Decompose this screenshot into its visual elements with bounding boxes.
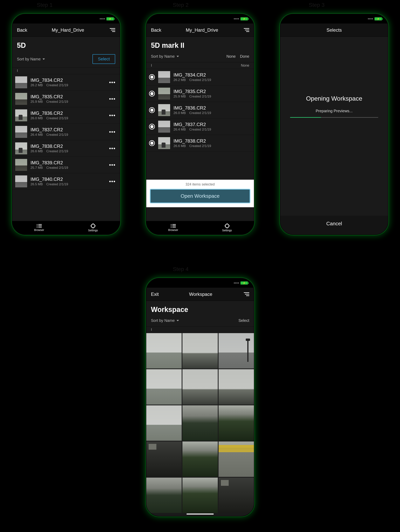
grid-thumbnail[interactable] bbox=[219, 369, 254, 405]
grid-thumbnail[interactable] bbox=[182, 369, 218, 405]
more-button[interactable]: ••• bbox=[108, 146, 117, 152]
file-row[interactable]: IMG_7836.CR226.0 MBCreated 2/1/19••• bbox=[12, 107, 120, 124]
file-info: IMG_7834.CR226.2 MBCreated 2/1/19 bbox=[31, 77, 105, 87]
grid-thumbnail[interactable] bbox=[146, 369, 182, 405]
grid-thumbnail[interactable] bbox=[182, 333, 218, 368]
grid-thumbnail[interactable] bbox=[146, 478, 182, 513]
file-row[interactable]: IMG_7834.CR226.2 MBCreated 2/1/19 bbox=[146, 69, 254, 85]
grid-thumbnail[interactable] bbox=[182, 405, 218, 441]
signal-icon bbox=[368, 19, 373, 19]
selection-radio[interactable] bbox=[149, 107, 155, 113]
file-row[interactable]: IMG_7837.CR226.4 MBCreated 2/1/19 bbox=[146, 119, 254, 135]
sort-button[interactable]: Sort by Name bbox=[17, 57, 45, 61]
signal-icon bbox=[100, 19, 105, 19]
file-meta: 26.0 MBCreated 2/1/19 bbox=[31, 116, 105, 120]
file-row[interactable]: IMG_7837.CR226.4 MBCreated 2/1/19••• bbox=[12, 124, 120, 140]
file-thumbnail bbox=[158, 87, 170, 100]
grid-thumbnail[interactable] bbox=[219, 405, 254, 441]
signal-icon bbox=[234, 283, 239, 283]
file-row[interactable]: IMG_7839.CR225.7 MBCreated 2/1/19••• bbox=[12, 157, 120, 173]
section-header: I bbox=[146, 327, 254, 333]
sort-row: Sort by Name Select bbox=[12, 51, 120, 68]
tab-settings[interactable]: Settings bbox=[66, 221, 120, 234]
nav-bar: Selects bbox=[280, 24, 388, 37]
file-name: IMG_7834.CR2 bbox=[31, 77, 105, 83]
select-button[interactable]: Select bbox=[92, 54, 115, 64]
done-button[interactable]: Done bbox=[240, 54, 249, 59]
file-meta: 26.2 MBCreated 2/1/19 bbox=[31, 83, 105, 87]
file-meta: 26.4 MBCreated 2/1/19 bbox=[31, 133, 105, 137]
phone-step1: ⚡ Back My_Hard_Drive 5D Sort by Name Sel… bbox=[12, 14, 121, 235]
file-thumbnail bbox=[15, 159, 27, 171]
tab-label: Settings bbox=[88, 229, 98, 232]
file-name: IMG_7836.CR2 bbox=[173, 105, 251, 111]
select-none-button[interactable]: None bbox=[226, 54, 236, 59]
phone-step2: ⚡ Back My_Hard_Drive 5D mark II Sort by … bbox=[146, 14, 254, 235]
selection-radio[interactable] bbox=[149, 124, 155, 130]
file-meta: 26.6 MBCreated 2/1/19 bbox=[173, 144, 251, 148]
sort-row: Sort by Name Select bbox=[146, 316, 254, 327]
nav-title: Workspace bbox=[159, 291, 243, 297]
grid-thumbnail[interactable] bbox=[182, 478, 218, 513]
open-workspace-button[interactable]: Open Workspace bbox=[150, 189, 250, 203]
more-button[interactable]: ••• bbox=[108, 129, 117, 135]
file-row[interactable]: IMG_7838.CR226.6 MBCreated 2/1/19••• bbox=[12, 140, 120, 157]
tab-bar: Browser Settings bbox=[146, 221, 254, 234]
file-thumbnail bbox=[15, 142, 27, 155]
grid-thumbnail[interactable] bbox=[146, 333, 182, 368]
more-button[interactable]: ••• bbox=[108, 113, 117, 119]
file-name: IMG_7834.CR2 bbox=[173, 72, 251, 78]
selected-count: 324 items selected bbox=[150, 182, 250, 186]
file-thumbnail bbox=[15, 109, 27, 122]
file-info: IMG_7836.CR226.0 MBCreated 2/1/19 bbox=[31, 111, 105, 120]
step-label: Step 4 bbox=[161, 266, 200, 272]
file-row[interactable]: IMG_7836.CR226.0 MBCreated 2/1/19 bbox=[146, 102, 254, 119]
menu-icon[interactable] bbox=[108, 28, 115, 32]
grid-thumbnail[interactable] bbox=[219, 442, 254, 477]
nav-bar: Back My_Hard_Drive bbox=[12, 24, 120, 37]
exit-button[interactable]: Exit bbox=[151, 291, 159, 297]
grid-thumbnail[interactable] bbox=[146, 442, 182, 477]
sort-label: Sort by Name bbox=[17, 57, 41, 61]
tab-browser[interactable]: Browser bbox=[146, 221, 200, 234]
back-button[interactable]: Back bbox=[17, 27, 27, 33]
more-button[interactable]: ••• bbox=[108, 79, 117, 85]
file-meta: 26.4 MBCreated 2/1/19 bbox=[173, 128, 251, 132]
cancel-button[interactable]: Cancel bbox=[280, 215, 388, 234]
battery-icon: ⚡ bbox=[240, 17, 248, 21]
tab-browser[interactable]: Browser bbox=[12, 221, 66, 234]
more-button[interactable]: ••• bbox=[108, 96, 117, 102]
selection-radio[interactable] bbox=[149, 74, 155, 80]
file-name: IMG_7838.CR2 bbox=[173, 138, 251, 144]
file-row[interactable]: IMG_7835.CR225.9 MBCreated 2/1/19 bbox=[146, 85, 254, 102]
grid-thumbnail[interactable] bbox=[146, 405, 182, 441]
more-button[interactable]: ••• bbox=[108, 162, 117, 168]
nav-bar: Back My_Hard_Drive bbox=[146, 24, 254, 37]
menu-icon[interactable] bbox=[243, 28, 249, 32]
grid-thumbnail[interactable] bbox=[219, 478, 254, 513]
tab-settings[interactable]: Settings bbox=[200, 221, 254, 234]
gear-icon bbox=[225, 224, 229, 228]
file-meta: 25.9 MBCreated 2/1/19 bbox=[31, 100, 105, 104]
menu-icon[interactable] bbox=[243, 292, 249, 296]
back-button[interactable]: Back bbox=[151, 27, 161, 33]
selection-radio[interactable] bbox=[149, 91, 155, 96]
file-info: IMG_7838.CR226.6 MBCreated 2/1/19 bbox=[173, 138, 251, 148]
file-row[interactable]: IMG_7834.CR226.2 MBCreated 2/1/19••• bbox=[12, 74, 120, 91]
file-row[interactable]: IMG_7838.CR226.6 MBCreated 2/1/19 bbox=[146, 135, 254, 152]
battery-icon: ⚡ bbox=[240, 281, 248, 285]
file-row[interactable]: IMG_7835.CR225.9 MBCreated 2/1/19••• bbox=[12, 91, 120, 107]
sort-button[interactable]: Sort by Name bbox=[151, 54, 179, 59]
step-label: Step 1 bbox=[25, 2, 64, 8]
sort-button[interactable]: Sort by Name bbox=[151, 318, 179, 323]
chevron-down-icon bbox=[177, 56, 179, 57]
grid-thumbnail[interactable] bbox=[219, 333, 254, 368]
file-thumbnail bbox=[158, 137, 170, 149]
section-none[interactable]: None bbox=[241, 63, 249, 68]
chevron-down-icon bbox=[177, 320, 179, 321]
file-row[interactable]: IMG_7840.CR226.5 MBCreated 2/1/19••• bbox=[12, 173, 120, 190]
grid-thumbnail[interactable] bbox=[182, 442, 218, 477]
more-button[interactable]: ••• bbox=[108, 178, 117, 184]
selection-radio[interactable] bbox=[149, 140, 155, 146]
select-button[interactable]: Select bbox=[238, 318, 249, 323]
